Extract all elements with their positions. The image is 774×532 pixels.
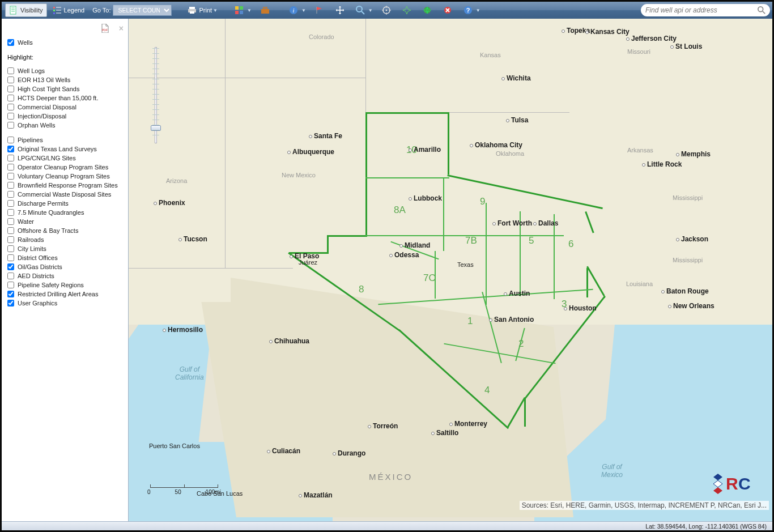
- document-icon: [9, 6, 18, 15]
- svg-rect-4: [53, 7, 55, 8]
- layer-checkbox[interactable]: [7, 227, 14, 234]
- info-button[interactable]: i▼: [286, 3, 309, 17]
- layer-sidebar: PDF × WellsHighlight:Well LogsEOR H13 Oi…: [2, 19, 129, 521]
- layer-row: Commercial Waste Disposal Sites: [7, 190, 124, 199]
- rrc-logo: R C: [712, 469, 760, 496]
- layer-label: Commercial Waste Disposal Sites: [18, 191, 111, 198]
- layer-checkbox[interactable]: [7, 39, 14, 46]
- grid-icon: [235, 6, 244, 15]
- state-label: Arkansas: [627, 147, 653, 154]
- city-label: Jefferson City: [626, 35, 677, 42]
- search-input[interactable]: [645, 6, 758, 14]
- layer-checkbox[interactable]: [7, 86, 14, 92]
- city-label: Albuquerque: [287, 148, 334, 156]
- layer-checkbox[interactable]: [7, 146, 14, 152]
- city-label-small: Juárez: [299, 259, 317, 266]
- basemap-button[interactable]: ▼: [231, 3, 255, 17]
- layer-label: Pipelines: [18, 137, 43, 143]
- layer-checkbox[interactable]: [7, 164, 14, 171]
- layer-checkbox[interactable]: [7, 76, 14, 83]
- layer-checkbox[interactable]: [7, 254, 14, 261]
- layer-checkbox[interactable]: [7, 113, 14, 120]
- globe-icon: [423, 6, 432, 15]
- layer-checkbox[interactable]: [7, 263, 14, 270]
- district-label: 1: [467, 316, 473, 327]
- target-button[interactable]: [379, 3, 397, 17]
- layer-label: Offshore & Bay Tracts: [18, 227, 78, 234]
- layer-checkbox[interactable]: [7, 104, 14, 110]
- city-label: Little Rock: [642, 160, 682, 168]
- city-label: Houston: [564, 304, 597, 312]
- city-label: Lubbock: [409, 194, 442, 202]
- visibility-label: Visibility: [20, 7, 43, 14]
- pan-button[interactable]: [332, 3, 350, 17]
- svg-rect-15: [235, 11, 239, 14]
- print-icon: [188, 6, 197, 15]
- layer-checkbox[interactable]: [7, 182, 14, 189]
- district-label: 8: [359, 284, 364, 295]
- search-box[interactable]: [641, 4, 770, 16]
- toolbox-button[interactable]: [257, 3, 275, 17]
- county-select[interactable]: SELECT COUNTY: [113, 5, 172, 16]
- city-label: Chihuahua: [269, 337, 309, 345]
- print-button[interactable]: Print ▼: [184, 3, 221, 17]
- layer-row: HCTS Deeper than 15,000 ft.: [7, 93, 124, 103]
- district-label: 8A: [394, 205, 406, 216]
- layer-checkbox[interactable]: [7, 200, 14, 207]
- layer-checkbox[interactable]: [7, 300, 14, 307]
- state-label: Kansas: [480, 52, 501, 58]
- locate-button[interactable]: [399, 3, 417, 17]
- layer-checkbox[interactable]: [7, 191, 14, 198]
- layer-label: Injection/Disposal: [18, 113, 66, 120]
- state-label: New Mexico: [282, 172, 316, 178]
- layer-checkbox[interactable]: [7, 67, 14, 74]
- layer-checkbox[interactable]: [7, 245, 14, 252]
- svg-rect-12: [190, 11, 194, 14]
- state-label: Arizona: [166, 177, 187, 184]
- svg-point-25: [424, 7, 431, 14]
- layer-row: Water: [7, 217, 124, 226]
- district-label: 4: [484, 385, 490, 396]
- svg-rect-13: [235, 6, 239, 10]
- layer-checkbox[interactable]: [7, 291, 14, 297]
- svg-rect-6: [53, 12, 55, 14]
- city-label: Durango: [333, 449, 365, 457]
- layer-checkbox[interactable]: [7, 282, 14, 288]
- layer-checkbox[interactable]: [7, 155, 14, 161]
- pdf-export-icon[interactable]: PDF: [101, 24, 109, 33]
- clear-button[interactable]: [440, 3, 458, 17]
- layer-checkbox[interactable]: [7, 137, 14, 143]
- layer-checkbox[interactable]: [7, 273, 14, 279]
- zoom-button[interactable]: ▼: [352, 3, 376, 17]
- layer-row: Brownfield Response Program Sites: [7, 181, 124, 190]
- status-bar: Lat: 38.594544, Long: -112.140361 (WGS 8…: [2, 521, 772, 530]
- layer-row: Railroads: [7, 235, 124, 244]
- flag-button[interactable]: [312, 3, 330, 17]
- city-label: Wichita: [501, 74, 531, 82]
- layer-row: High Cost Tight Sands: [7, 84, 124, 93]
- layer-row: Orphan Wells: [7, 121, 124, 130]
- layer-row: Injection/Disposal: [7, 112, 124, 121]
- city-label: Midland: [399, 241, 430, 249]
- sidebar-close-icon[interactable]: ×: [119, 24, 124, 33]
- globe-button[interactable]: [419, 3, 437, 17]
- visibility-button[interactable]: Visibility: [5, 3, 47, 17]
- legend-button[interactable]: Legend: [49, 3, 88, 17]
- layer-checkbox[interactable]: [7, 236, 14, 243]
- legend-icon: [53, 6, 62, 15]
- zoom-slider[interactable]: [149, 41, 163, 149]
- svg-line-22: [362, 11, 364, 14]
- layer-row: Offshore & Bay Tracts: [7, 226, 124, 235]
- svg-rect-5: [53, 10, 55, 11]
- search-icon[interactable]: [758, 6, 766, 14]
- help-button[interactable]: ?▼: [460, 3, 484, 17]
- city-label: Memphis: [676, 150, 711, 158]
- city-label: Fort Worth: [492, 219, 532, 227]
- layer-checkbox[interactable]: [7, 209, 14, 216]
- city-label: Odessa: [389, 251, 419, 259]
- layer-checkbox[interactable]: [7, 95, 14, 101]
- map-canvas[interactable]: 0 50 100mi R C Sources: Esri, HERE, Garm…: [129, 19, 772, 521]
- layer-checkbox[interactable]: [7, 218, 14, 225]
- layer-checkbox[interactable]: [7, 173, 14, 180]
- layer-checkbox[interactable]: [7, 122, 14, 129]
